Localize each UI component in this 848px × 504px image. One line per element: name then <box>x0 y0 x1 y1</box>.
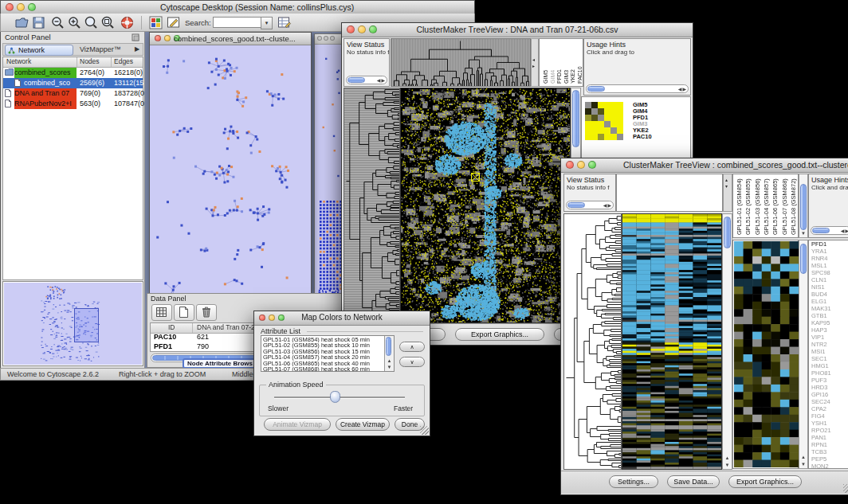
window-controls[interactable] <box>317 36 335 41</box>
zoom-window-icon[interactable] <box>28 3 36 11</box>
attribute-item[interactable]: GPL51-04 (GSM857) heat shock 20 min <box>261 354 385 360</box>
window-controls[interactable] <box>566 161 596 169</box>
delete-attribute-icon[interactable] <box>196 304 217 321</box>
gene-label[interactable]: SPC98 <box>809 269 848 276</box>
zoom-actual-icon[interactable] <box>84 15 99 30</box>
tv2-detail-heatmap[interactable] <box>734 241 799 467</box>
attribute-listbox[interactable]: GPL51-01 (GSM854) heat shock 05 minGPL51… <box>261 335 395 372</box>
scroll-up-icon[interactable]: ▲ <box>385 357 394 364</box>
dialog-title-bar[interactable]: Map Colors to Network <box>254 311 430 326</box>
save-icon[interactable] <box>31 15 46 30</box>
resize-grip[interactable] <box>420 426 429 435</box>
main-title-bar[interactable]: Cytoscape Desktop (Session Name: collins… <box>0 0 475 14</box>
gene-label[interactable]: NTR2 <box>809 341 848 348</box>
gene-label[interactable]: RPO21 <box>809 427 848 434</box>
tv2-detail-scrollbar[interactable]: ▲ ▼ <box>799 240 808 469</box>
gene-label[interactable]: HAP3 <box>809 326 848 334</box>
view-status-scrollbar[interactable]: ◀▶ <box>566 201 614 209</box>
window-controls[interactable] <box>6 3 36 11</box>
gene-label[interactable]: NIS1 <box>809 283 848 291</box>
scroll-up-icon[interactable]: ▴ <box>725 177 728 182</box>
tv2-heatmap-scrollbar[interactable]: ▲ ▼ <box>722 213 732 470</box>
tv2-row-dendrogram[interactable] <box>564 214 621 469</box>
network-row[interactable]: DNA and Tran 07769(0)183728(0) <box>3 88 143 99</box>
attribute-item[interactable]: GPL51-03 (GSM856) heat shock 15 min <box>261 349 385 354</box>
attribute-item[interactable]: GPL51-01 (GSM854) heat shock 05 min <box>261 337 385 342</box>
gene-label[interactable]: PHO81 <box>809 369 848 377</box>
gene-label[interactable]: KAP95 <box>809 319 848 326</box>
column-label[interactable]: GPL51-01 (GSM854) <box>736 178 743 235</box>
row-label[interactable]: PAC10 <box>633 134 652 140</box>
gene-label[interactable]: PEP5 <box>809 455 848 463</box>
zoom-window-icon[interactable] <box>588 161 596 169</box>
attribute-item[interactable]: GPL51-07 (GSM868) heat shock 60 min <box>261 366 385 372</box>
gene-label[interactable]: FIG4 <box>809 412 848 420</box>
gene-label[interactable]: CPA2 <box>809 405 848 412</box>
network-table-header[interactable]: Network Nodes Edges <box>3 57 143 68</box>
column-label[interactable]: GIM4 <box>550 70 556 84</box>
gene-label[interactable]: MSI1 <box>809 348 848 355</box>
gene-label[interactable]: YSH1 <box>809 420 848 427</box>
gene-label[interactable]: HMG1 <box>809 362 848 369</box>
view-status-scrollbar[interactable]: ◀▶ <box>346 76 387 84</box>
gene-label[interactable]: BUD4 <box>809 291 848 298</box>
annotation-icon[interactable] <box>166 15 181 30</box>
more-tabs-icon[interactable]: ▶ <box>135 45 139 53</box>
column-label[interactable]: GPL51-06 (GSM865) <box>771 178 779 235</box>
tv2-column-labels-scrollbar[interactable]: ▼ <box>799 174 808 238</box>
network-window-title-bar[interactable]: combined_scores_good.txt--cluste... <box>150 33 311 45</box>
open-icon[interactable] <box>14 15 29 30</box>
network-window-front[interactable]: combined_scores_good.txt--cluste... <box>149 32 312 294</box>
resize-grip[interactable] <box>843 484 848 493</box>
search-input[interactable] <box>213 17 262 28</box>
help-icon[interactable] <box>120 15 135 30</box>
gene-label[interactable]: PAN1 <box>809 434 848 441</box>
export-graphics-button[interactable]: Export Graphics... <box>728 475 802 488</box>
network-row[interactable]: combined_sco2569(6)13112(15) <box>3 78 143 88</box>
vizmapper-icon[interactable] <box>148 15 163 30</box>
column-label[interactable]: PFD1 <box>556 69 562 84</box>
back-window-title-bar[interactable] <box>315 34 343 45</box>
gene-label[interactable]: RPN1 <box>809 441 848 448</box>
minimize-icon[interactable] <box>164 35 171 41</box>
scroll-down-icon[interactable]: ▼ <box>799 461 807 467</box>
close-icon[interactable] <box>155 35 161 41</box>
network-window-back[interactable] <box>314 33 344 295</box>
tab-vizmapper[interactable]: VizMapper™ <box>80 45 121 53</box>
column-label[interactable]: YKE2 <box>570 69 575 84</box>
gene-label[interactable]: SEC24 <box>809 398 848 405</box>
close-icon[interactable] <box>566 161 574 169</box>
zoom-out-icon[interactable] <box>50 15 65 30</box>
slider-thumb[interactable] <box>330 391 340 403</box>
tv1-row-dendrogram[interactable] <box>344 88 399 322</box>
col-id[interactable]: ID <box>168 323 175 331</box>
usage-hints-scrollbar[interactable]: ◀▶ <box>586 84 689 93</box>
close-icon[interactable] <box>317 36 322 41</box>
tv1-heatmap[interactable] <box>401 88 570 322</box>
gene-label[interactable]: VIP1 <box>809 334 848 341</box>
network-view-back-canvas[interactable] <box>315 45 343 294</box>
tv1-column-dendrogram[interactable] <box>391 39 530 86</box>
tv1-detail-matrix[interactable] <box>585 102 623 140</box>
search-dropdown-icon[interactable]: ▾ <box>261 17 273 29</box>
export-graphics-button[interactable]: Export Graphics... <box>455 328 544 341</box>
minimize-icon[interactable] <box>577 161 585 169</box>
gene-label[interactable]: MAK31 <box>809 305 848 312</box>
network-view-canvas[interactable] <box>150 45 311 293</box>
new-attribute-icon[interactable] <box>174 304 194 321</box>
col-network[interactable]: Network <box>6 57 31 65</box>
gene-label[interactable]: GTB1 <box>809 312 848 319</box>
gene-label[interactable]: SEC1 <box>809 355 848 362</box>
column-label[interactable]: GIM5 <box>543 70 548 84</box>
gene-label[interactable]: ELG1 <box>809 298 848 305</box>
column-label[interactable]: GPL51-08 (GSM872) <box>790 178 797 235</box>
save-data-button[interactable]: Save Data... <box>667 475 720 488</box>
column-label[interactable]: PAC10 <box>577 66 583 84</box>
attribute-item[interactable]: GPL51-06 (GSM865) heat shock 40 min <box>261 361 385 366</box>
column-label[interactable]: GPL51-02 (GSM855) <box>744 178 752 235</box>
settings-button[interactable]: Settings... <box>609 475 658 488</box>
create-vizmap-button[interactable]: Create Vizmap <box>336 418 390 431</box>
tab-network[interactable]: Network <box>5 45 73 56</box>
minimize-icon[interactable] <box>324 36 328 41</box>
table-icon[interactable] <box>151 304 172 321</box>
